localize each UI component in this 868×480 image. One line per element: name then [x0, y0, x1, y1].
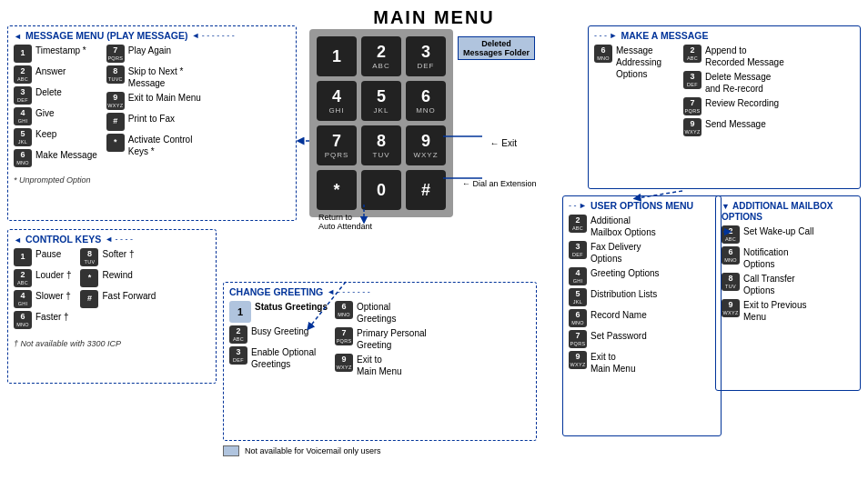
change-greeting-panel: CHANGE GREETING ◄ - - - - - - - 1 Status…	[223, 282, 537, 441]
greet-7: 7PQRS Primary PersonalGreeting	[335, 327, 427, 351]
main-key-8[interactable]: 8TUV	[361, 125, 401, 165]
main-key-star[interactable]: *	[317, 170, 357, 210]
key-star: *	[106, 134, 125, 152]
greet-label-1: Status Greetings	[255, 301, 328, 313]
ctrl-star: * Rewind	[80, 269, 156, 287]
make-msg-7: 7PQRS Review Recording	[683, 97, 784, 115]
msg-label-5: Keep	[35, 128, 56, 140]
main-key-2[interactable]: 2ABC	[361, 36, 401, 76]
additional-arrow: ▼	[722, 202, 730, 211]
main-key-1[interactable]: 1	[317, 36, 357, 76]
greet-2: 2ABC Busy Greeting	[229, 325, 328, 344]
make-message-dashes: - - - ►	[594, 31, 617, 40]
ctrl-key-hash: #	[80, 290, 98, 308]
change-greeting-arrow: ◄ - - - - - - -	[327, 287, 369, 296]
user-options-panel: - - ► USER OPTIONS MENU 2ABC AdditionalM…	[562, 195, 722, 436]
user-options-dashes: - - ►	[569, 201, 587, 210]
make-label-2: Append toRecorded Message	[705, 45, 784, 68]
make-label-7: Review Recording	[705, 97, 779, 109]
user-label-3: Fax DeliveryOptions	[590, 241, 641, 265]
add-opt-6: 6MNO NotificationOptions	[722, 246, 854, 270]
msg-item-star: * Activate ControlKeys *	[106, 134, 201, 157]
msg-item-5: 5JKL Keep	[14, 128, 97, 146]
greet-key-3: 3DEF	[229, 346, 247, 365]
user-label-2: AdditionalMailbox Options	[590, 215, 656, 238]
change-greeting-header-row: CHANGE GREETING ◄ - - - - - - -	[229, 286, 530, 297]
dial-text: ← Dial an Extension	[462, 179, 537, 188]
ctrl-label-1: Pause	[35, 248, 61, 260]
unprompted-footnote: * Unprompted Option	[14, 175, 91, 185]
user-label-5: Distribution Lists	[590, 288, 657, 300]
msg-label-3: Delete	[35, 86, 62, 98]
main-key-3[interactable]: 3DEF	[406, 36, 446, 76]
add-key-6: 6MNO	[722, 246, 740, 265]
control-keys-col2: 8TUV Softer † * Rewind # Fast Forward	[80, 248, 156, 332]
change-greeting-col1: 1 Status Greetings 2ABC Busy Greeting 3D…	[229, 301, 328, 380]
key-2abc: 2ABC	[14, 65, 32, 84]
return-text: Return toAuto Attendant	[318, 213, 372, 231]
user-key-7: 7PQRS	[569, 330, 587, 348]
main-key-6[interactable]: 6MNO	[406, 81, 446, 121]
user-options-header-row: - - ► USER OPTIONS MENU	[569, 200, 715, 211]
add-label-9: Exit to PreviousMenu	[743, 299, 806, 323]
main-key-5[interactable]: 5JKL	[361, 81, 401, 121]
additional-mailbox-panel: ▼ ADDITIONAL MAILBOX OPTIONS 2ABC Set Wa…	[715, 195, 861, 391]
message-menu-col2: 7PQRS Play Again 8TUVC Skip to Next *Mes…	[106, 45, 201, 170]
add-label-2: Set Wake-up Call	[743, 225, 813, 237]
user-opt-3: 3DEF Fax DeliveryOptions	[569, 241, 715, 265]
add-label-8: Call TransferOptions	[743, 273, 795, 296]
make-label-9: Send Message	[705, 118, 766, 130]
message-menu-footnote: * Unprompted Option	[14, 174, 290, 185]
message-menu-header: MESSAGE MENU (PLAY MESSAGE)	[25, 30, 188, 41]
change-greeting-header: CHANGE GREETING	[229, 286, 323, 297]
message-menu-arrow	[14, 30, 22, 41]
main-title: MAIN MENU	[373, 7, 495, 27]
greet-label-9: Exit toMain Menu	[357, 354, 401, 377]
key-1: 1	[14, 45, 32, 63]
greet-label-6: OptionalGreetings	[357, 301, 396, 325]
add-key-2: 2ABC	[722, 225, 740, 244]
user-opt-7: 7PQRS Set Password	[569, 330, 715, 348]
user-key-5: 5JKL	[569, 288, 587, 306]
greet-key-7: 7PQRS	[335, 327, 353, 345]
ctrl-8: 8TUV Softer †	[80, 248, 156, 266]
msg-item-7: 7PQRS Play Again	[106, 45, 201, 63]
main-key-7[interactable]: 7PQRS	[317, 125, 357, 165]
ctrl-label-star: Rewind	[102, 269, 132, 281]
user-key-4: 4GHI	[569, 267, 587, 285]
greet-label-3: Enable OptionalGreetings	[251, 346, 316, 370]
msg-label-1: Timestamp *	[35, 45, 86, 56]
change-greeting-col2: 6MNO OptionalGreetings 7PQRS Primary Per…	[335, 301, 427, 380]
greet-key-6: 6MNO	[335, 301, 353, 319]
return-label: Return toAuto Attendant	[318, 213, 372, 231]
make-msg-3: 3DEF Delete Messageand Re-record	[683, 71, 784, 95]
ctrl-label-8: Softer †	[102, 248, 134, 260]
main-key-4[interactable]: 4GHI	[317, 81, 357, 121]
main-key-hash[interactable]: #	[406, 170, 446, 210]
ctrl-hash: # Fast Forward	[80, 290, 156, 308]
user-key-2: 2ABC	[569, 215, 587, 233]
additional-mailbox-header-row: ▼ ADDITIONAL MAILBOX OPTIONS	[722, 200, 854, 222]
ctrl-key-2: 2ABC	[14, 269, 32, 287]
message-menu-columns: 1 Timestamp * 2ABC Answer 3DEF Delete 4G…	[14, 45, 290, 170]
main-key-0[interactable]: 0	[361, 170, 401, 210]
make-key-9: 9WXYZ	[683, 118, 701, 136]
main-key-9[interactable]: 9WXYZ	[406, 125, 446, 165]
control-keys-dashes: ◄ - - - -	[105, 235, 133, 244]
make-msg-2: 2ABC Append toRecorded Message	[683, 45, 784, 68]
msg-item-4: 4GHI Give	[14, 107, 97, 125]
add-opt-9: 9WXYZ Exit to PreviousMenu	[722, 299, 854, 323]
user-label-6: Record Name	[590, 309, 647, 321]
ctrl-label-4: Slower †	[35, 290, 71, 302]
user-label-4: Greeting Options	[590, 267, 660, 279]
user-opt-9: 9WXYZ Exit toMain Menu	[569, 351, 715, 375]
key-6mno: 6MNO	[14, 149, 32, 167]
key-7pqrs: 7PQRS	[106, 45, 125, 63]
main-keypad-grid: 1 2ABC 3DEF 4GHI 5JKL 6MNO 7PQRS 8TUV 9W…	[309, 29, 453, 217]
make-a-message-panel: - - - ► MAKE A MESSAGE 6MNO MessageAddre…	[588, 25, 861, 189]
make-message-content: 6MNO MessageAddressingOptions 2ABC Appen…	[594, 45, 854, 139]
greet-key-9: 9WXYZ	[335, 354, 353, 372]
greet-3: 3DEF Enable OptionalGreetings	[229, 346, 328, 370]
msg-label-hash: Print to Fax	[128, 113, 175, 125]
icp-footnote: † Not available with 3300 ICP	[14, 339, 121, 348]
